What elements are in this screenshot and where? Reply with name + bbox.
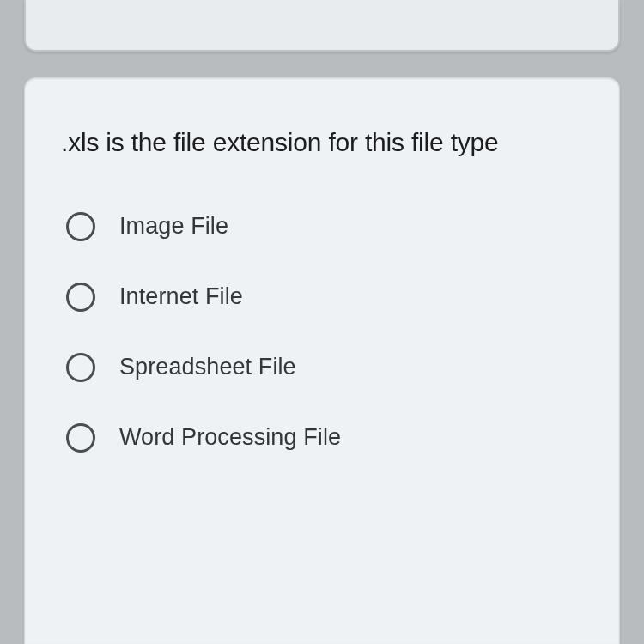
option-spreadsheet-file[interactable]: Spreadsheet File <box>66 353 583 382</box>
option-internet-file[interactable]: Internet File <box>66 283 583 312</box>
question-card: .xls is the file extension for this file… <box>24 77 620 644</box>
question-prompt: .xls is the file extension for this file… <box>61 125 583 161</box>
option-image-file[interactable]: Image File <box>66 212 583 241</box>
option-label: Word Processing File <box>119 424 341 451</box>
previous-card-edge <box>24 0 620 52</box>
radio-icon <box>66 423 95 453</box>
option-word-processing-file[interactable]: Word Processing File <box>66 423 583 453</box>
radio-icon <box>66 283 95 312</box>
options-group: Image File Internet File Spreadsheet Fil… <box>61 212 583 453</box>
option-label: Spreadsheet File <box>119 354 296 380</box>
option-label: Image File <box>119 213 228 240</box>
radio-icon <box>66 353 95 382</box>
option-label: Internet File <box>119 283 243 310</box>
radio-icon <box>66 212 95 241</box>
